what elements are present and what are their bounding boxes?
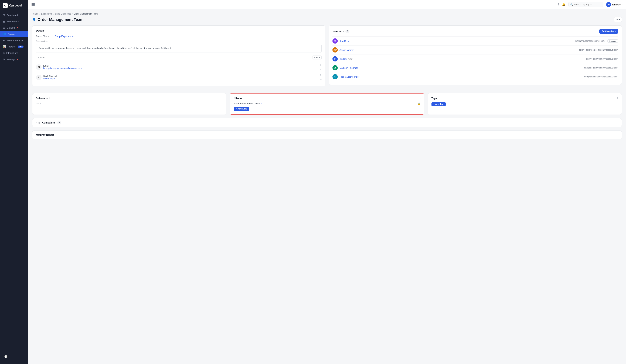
chevron-icon: › <box>25 27 25 29</box>
details-column: Details Parent Team: Shop Experience Des… <box>32 25 325 90</box>
chat-icon: 💬 <box>4 355 8 358</box>
contacts-header: Contacts: Add ▾ <box>36 56 322 60</box>
search-input[interactable] <box>574 3 601 6</box>
parent-team-link[interactable]: Shop Experience <box>55 35 74 38</box>
contact-info: Slack Channel #order-mgmt <box>43 75 57 80</box>
contact-type: Slack Channel <box>43 75 57 77</box>
self-service-icon: ▣ <box>3 20 5 23</box>
campaigns-row[interactable]: › ⊞ Campaigns 5 <box>32 118 622 127</box>
breadcrumb: Teams / Engineering / Shop Experience / … <box>32 13 622 15</box>
sidebar-label-catalog: Catalog <box>7 27 15 29</box>
avatar: KR <box>332 38 338 44</box>
member-left: TG Todd Gutschenritter <box>332 74 359 79</box>
search-box[interactable]: 🔍 <box>568 2 603 7</box>
aliases-header: Aliases ℹ <box>234 97 420 100</box>
maturity-label: Maturity Report <box>36 134 54 136</box>
dashboard-icon: ⊞ <box>3 14 5 16</box>
sidebar-item-settings[interactable]: ⚙ Settings › <box>0 56 28 63</box>
campaigns-label: Campaigns <box>42 121 55 124</box>
member-row: AW Allison Warren ianroy+ianroydemo_alli… <box>332 45 618 54</box>
members-list: KR Ken Rose ken+ianroydemo@opslevel.com … <box>332 36 618 81</box>
breadcrumb-sep: / <box>72 13 73 15</box>
contact-value[interactable]: ianroy+ianroydemoorders@opslevel.com <box>43 67 82 70</box>
info-icon[interactable]: ℹ <box>617 97 618 100</box>
breadcrumb-current: Order Management Team <box>74 13 98 15</box>
alias-copy-icon[interactable]: ⊙ <box>261 103 262 105</box>
member-name[interactable]: Todd Gutschenritter <box>340 75 359 78</box>
parent-team-label: Parent Team: <box>36 35 53 37</box>
member-info: Ian Roy (you) <box>340 58 353 60</box>
page-content: Teams / Engineering / Shop Experience / … <box>28 9 626 364</box>
alias-item: order_management_team ⊙ 🔒 <box>234 102 420 105</box>
member-info: Allison Warren <box>340 49 354 51</box>
tags-card: Tags ℹ + Add Tag <box>428 93 622 115</box>
contacts-label: Contacts: <box>36 56 45 59</box>
sidebar-navigation: ⊞ Dashboard ▣ Self-Service › ☰ Catalog ›… <box>0 11 28 364</box>
sidebar-item-integrations[interactable]: ⧉ Integrations › <box>0 50 28 56</box>
add-tag-button[interactable]: + Add Tag <box>431 102 446 106</box>
sidebar-label-dashboard: Dashboard <box>7 14 18 16</box>
alias-name: order_management_team ⊙ <box>234 102 262 105</box>
contact-info: Email ianroy+ianroydemoorders@opslevel.c… <box>43 65 82 70</box>
subteams-header: Subteams 0 <box>36 97 223 100</box>
user-menu-chevron: › <box>622 3 623 6</box>
sidebar-logo[interactable]: O OpsLevel <box>0 0 28 11</box>
email-icon-wrap: ✉ <box>36 64 41 70</box>
slack-icon-wrap: # <box>36 75 41 80</box>
member-name[interactable]: Allison Warren <box>340 49 354 51</box>
help-icon[interactable]: ? <box>558 3 559 6</box>
member-info: Madison Friedman <box>340 67 358 69</box>
delete-icon[interactable]: 🗑 <box>319 74 322 77</box>
breadcrumb-sep: / <box>53 13 54 15</box>
hamburger-line <box>32 4 35 5</box>
hamburger-menu[interactable] <box>32 3 35 6</box>
sidebar-item-service-maturity[interactable]: ◈ Service Maturity › <box>0 37 28 43</box>
info-icon[interactable]: ℹ <box>420 97 420 100</box>
sidebar: O OpsLevel ⊞ Dashboard ▣ Self-Service › … <box>0 0 28 364</box>
contact-left: ✉ Email ianroy+ianroydemoorders@opslevel… <box>36 64 82 70</box>
member-name[interactable]: Madison Friedman <box>340 67 358 69</box>
notification-icon[interactable]: 🔔 <box>562 3 566 6</box>
member-email: madison+ianroydemo@opslevel.com <box>584 67 618 69</box>
sidebar-item-people[interactable]: 👥 People › <box>0 31 28 37</box>
breadcrumb-teams[interactable]: Teams <box>32 13 39 15</box>
members-count: 5 <box>346 30 350 33</box>
member-left: MF Madison Friedman <box>332 65 358 71</box>
edit-members-button[interactable]: Edit Members <box>599 29 618 34</box>
aliases-card: Aliases ℹ order_management_team ⊙ 🔒 + Ad… <box>230 93 424 115</box>
sidebar-item-self-service[interactable]: ▣ Self-Service › <box>0 18 28 25</box>
add-alias-button[interactable]: + Add Alias <box>234 107 249 111</box>
team-icon: 👤 <box>32 18 36 22</box>
sidebar-label-reports: Reports <box>7 45 16 48</box>
sidebar-label-self-service: Self-Service <box>7 20 19 23</box>
sidebar-item-dashboard[interactable]: ⊞ Dashboard <box>0 12 28 18</box>
member-left: KR Ken Rose <box>332 38 350 44</box>
contact-value[interactable]: #order-mgmt <box>43 77 57 80</box>
maturity-row: Maturity Report <box>32 131 622 139</box>
member-name[interactable]: Ken Rose <box>340 40 350 42</box>
member-left: IR Ian Roy (you) <box>332 56 353 62</box>
lock-icon: 🔒 <box>418 102 420 105</box>
subteams-none: None <box>36 102 223 105</box>
delete-icon[interactable]: 🗑 <box>319 64 322 66</box>
breadcrumb-engineering[interactable]: Engineering <box>41 13 52 15</box>
slack-icon: # <box>38 76 39 79</box>
members-column: Members 5 Edit Members KR Ken Rose <box>329 25 622 90</box>
settings-gear-button[interactable]: ⚙ ▾ <box>614 17 622 22</box>
add-contact-button[interactable]: Add ▾ <box>312 56 322 60</box>
email-contact: ✉ Email ianroy+ianroydemoorders@opslevel… <box>36 62 322 72</box>
chat-bubble[interactable]: 💬 <box>3 354 9 360</box>
members-title: Members <box>332 30 344 33</box>
edit-icon[interactable]: ✏ <box>320 78 322 81</box>
subteams-title: Subteams <box>36 97 48 100</box>
gear-chevron: ▾ <box>619 18 620 21</box>
topbar-left <box>32 3 35 6</box>
sidebar-item-reports[interactable]: 📊 Reports NEW › <box>0 43 28 50</box>
contact-actions: 🗑 ✏ <box>319 64 322 71</box>
user-menu[interactable]: IR Ian Roy › <box>606 2 623 7</box>
edit-icon[interactable]: ✏ <box>320 68 322 71</box>
member-name[interactable]: Ian Roy (you) <box>340 58 353 60</box>
breadcrumb-shop-experience[interactable]: Shop Experience <box>55 13 71 15</box>
integrations-icon: ⧉ <box>3 51 4 54</box>
sidebar-item-catalog[interactable]: ☰ Catalog › <box>0 25 28 31</box>
